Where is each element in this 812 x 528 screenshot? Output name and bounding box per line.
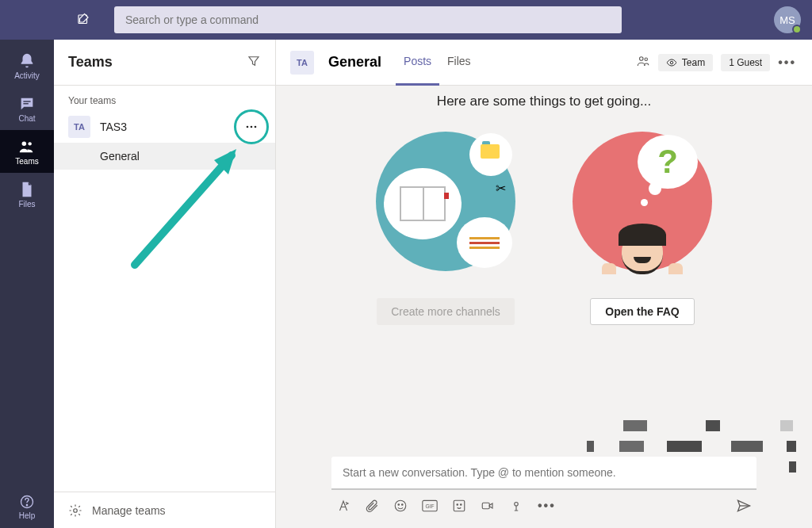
svg-point-17 [402, 504, 404, 506]
scissors-icon: ✂ [496, 181, 506, 196]
user-avatar[interactable]: MS [774, 6, 801, 33]
question-icon: ? [657, 143, 678, 181]
open-faq-button[interactable]: Open the FAQ [590, 298, 694, 325]
filter-button[interactable] [247, 54, 261, 71]
attach-button[interactable] [365, 499, 379, 513]
team-more-button[interactable] [234, 109, 269, 144]
main-panel: TA General Posts Files Team 1 Guest ••• … [276, 40, 812, 528]
team-name: TAS3 [100, 121, 127, 133]
svg-point-3 [22, 141, 26, 146]
filter-icon [247, 54, 261, 68]
help-icon [19, 494, 35, 510]
search-input[interactable] [125, 13, 611, 26]
svg-point-16 [398, 504, 400, 506]
manage-teams-label: Manage teams [92, 504, 166, 517]
teams-sidebar: Teams Your teams TA TAS3 General Manage … [54, 40, 276, 528]
rail-label: Files [18, 200, 35, 209]
presence-indicator [792, 25, 802, 34]
compose-area: GIF ••• [331, 457, 756, 514]
svg-point-7 [247, 126, 249, 128]
format-icon [336, 499, 350, 513]
create-channels-button[interactable]: Create more channels [377, 298, 515, 325]
rail-files[interactable]: Files [0, 173, 54, 216]
sticker-button[interactable] [452, 499, 466, 513]
org-chart-button[interactable] [636, 54, 650, 71]
channel-tabs: Posts Files [396, 40, 479, 86]
svg-text:GIF: GIF [425, 503, 434, 509]
compose-box[interactable] [331, 457, 756, 490]
sidebar-title: Teams [68, 54, 113, 71]
svg-point-9 [255, 126, 257, 128]
top-bar: MS [0, 0, 812, 40]
section-your-teams: Your teams [54, 86, 275, 111]
svg-point-24 [515, 503, 519, 507]
gif-button[interactable]: GIF [422, 499, 438, 512]
team-avatar: TA [68, 116, 90, 138]
welcome-heading: Here are some things to get going... [292, 94, 796, 109]
rail-help[interactable]: Help [0, 485, 54, 528]
svg-point-13 [645, 58, 647, 60]
send-icon [736, 498, 752, 514]
files-icon [18, 181, 36, 198]
svg-point-14 [670, 61, 673, 64]
gear-icon [68, 503, 82, 518]
search-bar[interactable] [114, 6, 622, 33]
channel-general[interactable]: General [54, 143, 275, 170]
svg-point-10 [74, 508, 78, 512]
rail-label: Chat [18, 114, 35, 123]
tab-files[interactable]: Files [439, 40, 479, 86]
channel-team-avatar: TA [290, 51, 314, 75]
rail-label: Help [19, 511, 36, 520]
app-rail: Activity Chat Teams Files Help [0, 40, 54, 528]
eye-icon [666, 57, 677, 68]
compose-input[interactable] [343, 466, 745, 479]
compose-toolbar: GIF ••• [331, 490, 756, 514]
channels-illustration: ✂ [376, 132, 515, 271]
rail-teams[interactable]: Teams [0, 130, 54, 173]
svg-rect-1 [23, 101, 30, 101]
meet-button[interactable] [481, 499, 495, 513]
format-button[interactable] [336, 499, 350, 513]
compose-button[interactable] [70, 6, 97, 33]
avatar-initials: MS [779, 14, 795, 26]
svg-rect-20 [454, 500, 465, 511]
svg-point-12 [639, 56, 643, 60]
rail-activity[interactable]: Activity [0, 44, 54, 87]
attach-icon [365, 499, 379, 513]
svg-point-6 [26, 504, 27, 505]
emoji-button[interactable] [393, 499, 408, 513]
guests-pill[interactable]: 1 Guest [721, 54, 770, 71]
emoji-icon [393, 499, 408, 513]
manage-teams-button[interactable]: Manage teams [54, 492, 275, 528]
teams-icon [18, 138, 36, 155]
people-icon [636, 54, 650, 68]
svg-point-8 [251, 126, 253, 128]
bell-icon [18, 52, 36, 70]
team-row[interactable]: TA TAS3 [54, 111, 275, 143]
compose-more-button[interactable]: ••• [538, 499, 556, 513]
compose-icon [76, 13, 90, 27]
svg-point-22 [461, 504, 462, 506]
send-button[interactable] [736, 498, 752, 514]
channel-header: TA General Posts Files Team 1 Guest ••• [276, 40, 812, 86]
more-icon [243, 119, 259, 135]
privacy-pill[interactable]: Team [658, 54, 713, 71]
stream-icon [509, 499, 523, 513]
svg-point-21 [457, 504, 458, 506]
sticker-icon [452, 499, 466, 513]
video-icon [481, 499, 495, 513]
tab-posts[interactable]: Posts [396, 40, 439, 86]
sidebar-header: Teams [54, 40, 275, 86]
chat-icon [18, 95, 36, 113]
channel-title: General [328, 54, 381, 71]
stream-button[interactable] [509, 499, 523, 513]
svg-point-15 [395, 500, 406, 511]
svg-point-4 [28, 142, 31, 145]
rail-chat[interactable]: Chat [0, 87, 54, 130]
privacy-label: Team [682, 57, 705, 68]
rail-label: Teams [15, 157, 38, 166]
gif-icon: GIF [422, 499, 438, 512]
welcome-cards: ✂ Create more channels ? Open the FAQ [292, 132, 796, 325]
channel-more-button[interactable]: ••• [778, 55, 796, 70]
guests-label: 1 Guest [729, 57, 762, 68]
